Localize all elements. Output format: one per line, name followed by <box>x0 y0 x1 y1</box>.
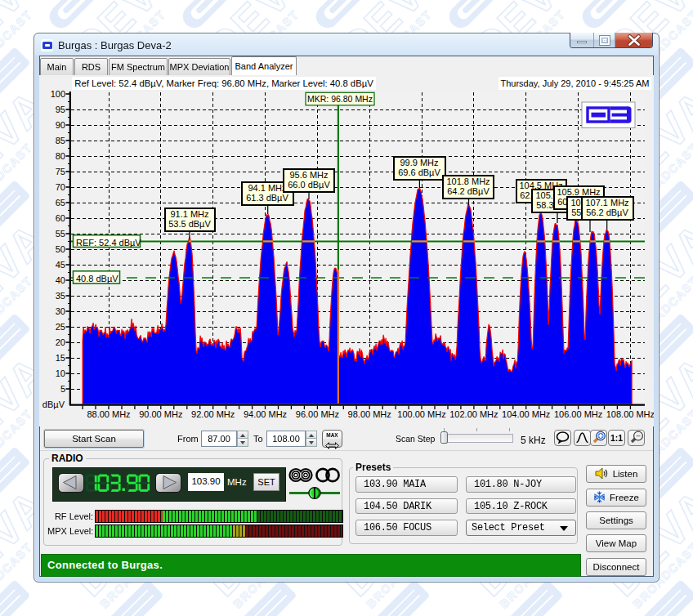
svg-text:15: 15 <box>56 353 65 363</box>
svg-text:70: 70 <box>56 182 65 192</box>
svg-text:61.3 dBµV: 61.3 dBµV <box>246 193 288 203</box>
svg-text:100: 100 <box>51 89 65 99</box>
svg-text:75: 75 <box>56 167 65 176</box>
svg-text:90: 90 <box>56 120 65 130</box>
svg-text:96.00 MHz: 96.00 MHz <box>296 409 339 419</box>
svg-text:91.1 MHz: 91.1 MHz <box>170 209 208 219</box>
svg-text:108.00 MHz: 108.00 MHz <box>606 409 654 419</box>
svg-text:MKR: 96.80 MHz: MKR: 96.80 MHz <box>307 94 373 104</box>
svg-text:64.2 dBµV: 64.2 dBµV <box>447 186 490 196</box>
svg-text:99.9 MHz: 99.9 MHz <box>400 158 438 167</box>
svg-text:95.6 MHz: 95.6 MHz <box>289 170 328 180</box>
svg-text:40: 40 <box>56 275 65 285</box>
svg-text:60: 60 <box>56 213 65 223</box>
svg-text:65: 65 <box>56 198 65 208</box>
svg-text:35: 35 <box>56 291 65 301</box>
svg-text:10: 10 <box>56 368 65 378</box>
svg-text:40.8 dBµV: 40.8 dBµV <box>76 274 118 283</box>
svg-text:45: 45 <box>56 260 65 270</box>
svg-text:106.00 MHz: 106.00 MHz <box>554 409 602 419</box>
svg-text:5: 5 <box>60 384 65 394</box>
svg-text:56.2 dBµV: 56.2 dBµV <box>586 208 628 217</box>
svg-text:95: 95 <box>56 105 65 114</box>
svg-text:25: 25 <box>56 322 65 332</box>
svg-text:105.9 MHz: 105.9 MHz <box>557 187 600 197</box>
svg-text:20: 20 <box>56 337 65 347</box>
svg-text:dBµV: dBµV <box>42 400 65 409</box>
svg-text:55: 55 <box>56 229 65 239</box>
svg-text:104.00 MHz: 104.00 MHz <box>502 409 550 419</box>
svg-text:30: 30 <box>56 306 65 316</box>
svg-text:102.00 MHz: 102.00 MHz <box>449 409 498 419</box>
svg-text:100.00 MHz: 100.00 MHz <box>397 409 445 419</box>
svg-text:85: 85 <box>56 136 65 145</box>
svg-text:92.00 MHz: 92.00 MHz <box>191 409 235 419</box>
svg-text:53.5 dBµV: 53.5 dBµV <box>168 219 211 229</box>
svg-text:98.00 MHz: 98.00 MHz <box>348 409 391 419</box>
svg-text:107.1 MHz: 107.1 MHz <box>585 198 628 208</box>
svg-text:90.00 MHz: 90.00 MHz <box>139 409 182 419</box>
svg-text:101.8 MHz: 101.8 MHz <box>446 176 490 186</box>
svg-text:94.1 MHz: 94.1 MHz <box>248 183 286 193</box>
svg-text:66.0 dBµV: 66.0 dBµV <box>288 180 330 190</box>
svg-text:88.00 MHz: 88.00 MHz <box>87 409 130 419</box>
svg-text:69.6 dBµV: 69.6 dBµV <box>398 167 440 177</box>
svg-text:80: 80 <box>56 151 65 161</box>
svg-text:94.00 MHz: 94.00 MHz <box>244 409 287 419</box>
svg-text:50: 50 <box>56 244 65 254</box>
svg-text:REF: 52.4 dBµV: REF: 52.4 dBµV <box>76 238 141 248</box>
